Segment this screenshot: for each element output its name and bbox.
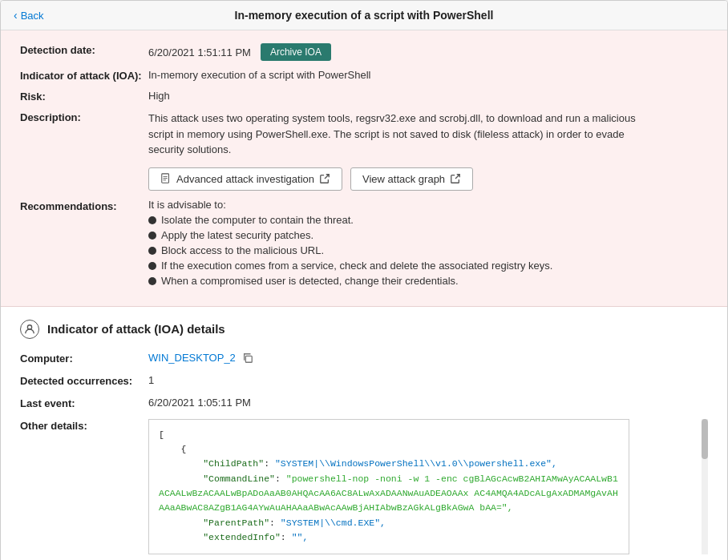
svg-rect-5	[245, 356, 252, 362]
json-line: [	[159, 428, 619, 442]
list-item: Apply the latest security patches.	[148, 229, 708, 241]
scrollbar-track[interactable]	[702, 419, 708, 554]
recommendations-label: Recommendations:	[20, 199, 148, 290]
description-cell: This attack uses two operating system to…	[148, 111, 708, 191]
recommendations-intro: It is advisable to:	[148, 199, 708, 211]
bullet-icon	[148, 262, 156, 270]
bullet-icon	[148, 277, 156, 285]
advanced-attack-label: Advanced attack investigation	[176, 173, 314, 185]
document-icon	[160, 173, 172, 184]
list-item: When a compromised user is detected, cha…	[148, 275, 708, 287]
top-section: Detection date: 6/20/2021 1:51:11 PM Arc…	[1, 30, 727, 307]
list-item: Block access to the malicious URL.	[148, 244, 708, 256]
detection-date-value: 6/20/2021 1:51:11 PM	[148, 46, 251, 58]
view-attack-graph-label: View attack graph	[362, 173, 445, 185]
page-title: In-memory execution of a script with Pow…	[235, 9, 494, 22]
recommendations-cell: It is advisable to: Isolate the computer…	[148, 199, 708, 290]
external-link-icon-2	[450, 173, 461, 184]
copy-icon[interactable]	[242, 353, 253, 364]
section-header: Indicator of attack (IOA) details	[20, 320, 708, 339]
detection-date-row: 6/20/2021 1:51:11 PM Archive IOA	[148, 43, 708, 61]
json-box[interactable]: [ { "ChildPath": "SYSTEM|\\WindowsPowerS…	[148, 419, 629, 554]
other-details-container: [ { "ChildPath": "SYSTEM|\\WindowsPowerS…	[148, 419, 708, 554]
info-grid: Detection date: 6/20/2021 1:51:11 PM Arc…	[20, 43, 708, 290]
json-line: "extendedInfo": "",	[159, 530, 619, 545]
main-window: ‹ Back In-memory execution of a script w…	[0, 0, 728, 560]
detection-date-label: Detection date:	[20, 43, 148, 61]
scrollbar-thumb[interactable]	[702, 419, 708, 459]
bottom-section: Indicator of attack (IOA) details Comput…	[1, 307, 727, 561]
json-line: "ParentPath": "SYSTEM|\\cmd.EXE",	[159, 516, 619, 530]
ioa-label: Indicator of attack (IOA):	[20, 69, 148, 82]
section-title: Indicator of attack (IOA) details	[47, 322, 225, 336]
view-attack-graph-button[interactable]: View attack graph	[350, 167, 473, 191]
svg-point-4	[27, 324, 31, 328]
occurrences-label: Detected occurrences:	[20, 374, 148, 387]
description-text: This attack uses two operating system to…	[148, 111, 645, 158]
back-label: Back	[21, 10, 44, 22]
computer-value: WIN_DESKTOP_2	[148, 352, 236, 364]
computer-label: Computer:	[20, 352, 148, 365]
recommendations-list: Isolate the computer to contain the thre…	[148, 214, 708, 287]
json-line: {	[159, 442, 619, 457]
computer-link[interactable]: WIN_DESKTOP_2	[148, 352, 236, 364]
computer-row: WIN_DESKTOP_2	[148, 352, 708, 365]
risk-label: Risk:	[20, 90, 148, 103]
header: ‹ Back In-memory execution of a script w…	[1, 1, 727, 30]
action-buttons: Advanced attack investigation View attac…	[148, 167, 708, 191]
bullet-icon	[148, 247, 156, 255]
back-button[interactable]: ‹ Back	[14, 9, 44, 22]
occurrences-value: 1	[148, 374, 708, 387]
other-details-label: Other details:	[20, 419, 148, 554]
list-item: Isolate the computer to contain the thre…	[148, 214, 708, 226]
json-line: "ChildPath": "SYSTEM|\\WindowsPowerShell…	[159, 457, 619, 471]
ioa-value: In-memory execution of a script with Pow…	[148, 69, 708, 82]
details-grid: Computer: WIN_DESKTOP_2 Detected occurre…	[20, 352, 708, 554]
last-event-value: 6/20/2021 1:05:11 PM	[148, 397, 708, 409]
advanced-attack-button[interactable]: Advanced attack investigation	[148, 167, 342, 191]
back-arrow-icon: ‹	[14, 9, 18, 22]
archive-ioa-button[interactable]: Archive IOA	[261, 43, 331, 61]
risk-value: High	[148, 90, 708, 103]
description-label: Description:	[20, 111, 148, 191]
person-icon	[20, 320, 39, 339]
list-item: If the execution comes from a service, c…	[148, 260, 708, 272]
last-event-label: Last event:	[20, 397, 148, 409]
bullet-icon	[148, 232, 156, 240]
bullet-icon	[148, 216, 156, 224]
json-line: "CommandLine": "powershell-nop -noni -w …	[159, 472, 619, 516]
external-link-icon	[319, 173, 330, 184]
